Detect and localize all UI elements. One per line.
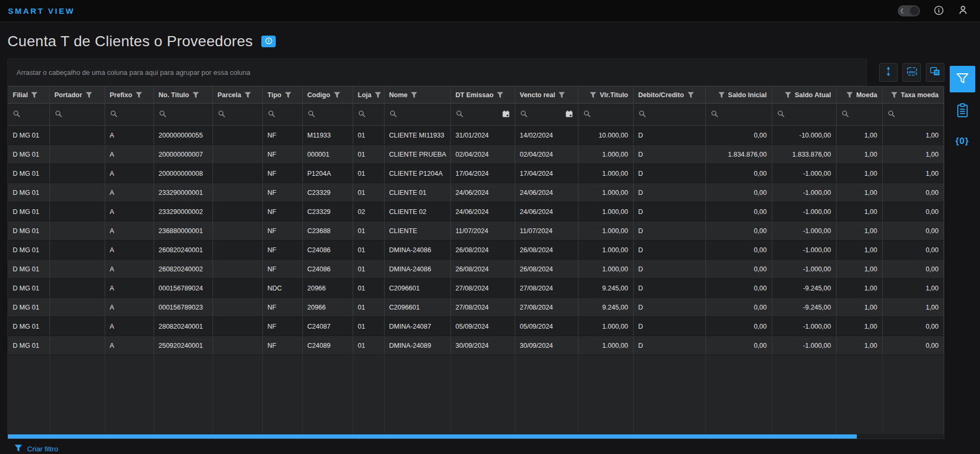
filter-cell-prefixo[interactable] xyxy=(105,104,154,126)
table-row[interactable]: D MG 01A000156789023NF2096601C209660127/… xyxy=(8,298,944,317)
column-header-label: Taxa moeda xyxy=(901,91,939,99)
cell-taxa-moeda: 0,00 xyxy=(882,183,944,202)
parameters-panel-button[interactable]: {0} xyxy=(950,130,975,153)
calendar-icon[interactable] xyxy=(565,110,573,119)
column-header-debito-credito[interactable]: Debito/Credito xyxy=(633,87,705,104)
info-button[interactable] xyxy=(934,5,944,17)
dark-mode-toggle[interactable]: ☾ xyxy=(898,5,920,16)
column-chooser-button[interactable] xyxy=(926,63,944,82)
cell-nome: DMINA-24086 xyxy=(384,241,450,260)
column-filter-icon[interactable] xyxy=(334,92,340,98)
cell-filial: D MG 01 xyxy=(8,126,49,145)
table-row[interactable]: D MG 01A200000000007NF00000101CLIENTE PR… xyxy=(8,145,944,164)
column-filter-icon[interactable] xyxy=(244,92,251,98)
cell-saldo-inicial: 0,00 xyxy=(705,183,772,202)
column-header-dt-emissao[interactable]: DT Emissao xyxy=(450,87,515,104)
table-row[interactable]: D MG 01A250920240001NFC2408901DMINA-2408… xyxy=(8,336,944,355)
column-filter-icon[interactable] xyxy=(374,92,381,98)
column-filter-icon[interactable] xyxy=(285,92,292,98)
row-expand-button[interactable] xyxy=(879,63,898,82)
scrollbar-thumb[interactable] xyxy=(8,434,857,439)
filter-cell-vencto-real[interactable] xyxy=(515,104,578,126)
table-row[interactable]: D MG 01A200000000055NFM1193301CLIENTE MI… xyxy=(8,126,944,145)
calendar-icon[interactable] xyxy=(502,110,510,119)
filter-cell-portador[interactable] xyxy=(49,104,105,126)
column-filter-icon[interactable] xyxy=(687,92,694,98)
cell-prefixo: A xyxy=(105,221,154,241)
filter-cell-loja[interactable] xyxy=(353,104,384,126)
filter-cell-vlr-titulo[interactable] xyxy=(578,104,633,126)
column-header-saldo-inicial[interactable]: Saldo Inicial xyxy=(705,87,772,104)
cell-vlr-titulo: 9.245,00 xyxy=(578,298,633,317)
cell-saldo-inicial: 0,00 xyxy=(705,317,772,336)
table-row[interactable]: D MG 01A233290000001NFC2332901CLIENTE 01… xyxy=(8,183,944,202)
toggle-knob[interactable] xyxy=(910,6,919,15)
table-row[interactable]: D MG 01A200000000008NFP1204A01CLIENTE P1… xyxy=(8,164,944,183)
filter-cell-debito-credito[interactable] xyxy=(633,104,705,126)
column-filter-icon[interactable] xyxy=(718,92,725,98)
horizontal-scrollbar[interactable] xyxy=(8,434,944,439)
table-row[interactable]: D MG 01A000156789024NDC2096601C209660127… xyxy=(8,279,944,298)
row-expand-icon xyxy=(884,67,892,78)
search-icon xyxy=(456,110,464,119)
filter-cell-filial[interactable] xyxy=(8,104,49,126)
table-row[interactable]: D MG 01A236880000001NFC2368801CLIENTE11/… xyxy=(8,221,944,241)
column-header-tipo[interactable]: Tipo xyxy=(262,87,302,104)
column-filter-icon[interactable] xyxy=(86,92,92,98)
cell-portador xyxy=(49,317,105,336)
column-header-filial[interactable]: Filial xyxy=(8,87,49,104)
column-filter-icon[interactable] xyxy=(411,92,417,98)
column-header-vlr-titulo[interactable]: Vlr.Titulo xyxy=(578,87,633,104)
filter-cell-moeda[interactable] xyxy=(836,104,882,126)
filter-cell-saldo-inicial[interactable] xyxy=(705,104,772,126)
filter-cell-saldo-atual[interactable] xyxy=(772,104,836,126)
column-header-loja[interactable]: Loja xyxy=(353,87,384,104)
cell-portador xyxy=(49,279,105,298)
column-filter-icon[interactable] xyxy=(31,92,38,98)
column-header-vencto-real[interactable]: Vencto real xyxy=(515,87,578,104)
column-filter-icon[interactable] xyxy=(558,92,565,98)
export-xlsx-button[interactable]: xlsx xyxy=(902,63,921,82)
table-row[interactable]: D MG 01A280820240001NFC2408701DMINA-2408… xyxy=(8,317,944,336)
column-header-moeda[interactable]: Moeda xyxy=(836,87,882,104)
filter-cell-tipo[interactable] xyxy=(262,104,302,126)
column-header-saldo-atual[interactable]: Saldo Atual xyxy=(772,87,836,104)
column-header-portador[interactable]: Portador xyxy=(49,87,105,104)
table-row[interactable]: D MG 01A260820240002NFC2408601DMINA-2408… xyxy=(8,260,944,279)
column-header-codigo[interactable]: Codigo xyxy=(302,87,353,104)
column-filter-icon[interactable] xyxy=(785,92,791,98)
cell-filial: D MG 01 xyxy=(8,202,49,221)
search-icon xyxy=(711,110,719,119)
column-header-taxa-moeda[interactable]: Taxa moeda xyxy=(882,87,944,104)
cell-dt-emissao: 27/08/2024 xyxy=(450,298,515,317)
filter-cell-codigo[interactable] xyxy=(302,104,353,126)
cell-moeda: 1,00 xyxy=(836,336,882,355)
column-header-prefixo[interactable]: Prefixo xyxy=(105,87,154,104)
column-header-label: Portador xyxy=(55,91,82,99)
column-filter-icon[interactable] xyxy=(891,92,898,98)
column-filter-icon[interactable] xyxy=(192,92,199,98)
column-header-no-titulo[interactable]: No. Titulo xyxy=(154,87,212,104)
clipboard-panel-button[interactable] xyxy=(950,99,975,123)
filter-panel-button[interactable] xyxy=(950,66,975,92)
title-info-button[interactable] xyxy=(261,36,276,47)
group-panel[interactable]: Arrastar o cabeçalho de uma coluna para … xyxy=(7,58,867,86)
column-filter-icon[interactable] xyxy=(846,92,853,98)
column-filter-icon[interactable] xyxy=(135,92,142,98)
column-filter-icon[interactable] xyxy=(590,92,596,98)
table-row[interactable]: D MG 01A260820240001NFC2408601DMINA-2408… xyxy=(8,241,944,260)
filter-cell-no-titulo[interactable] xyxy=(154,104,212,126)
filter-cell-nome[interactable] xyxy=(384,104,450,126)
column-header-nome[interactable]: Nome xyxy=(384,87,450,104)
column-header-parcela[interactable]: Parcela xyxy=(212,87,262,104)
create-filter-button[interactable]: Criar filtro xyxy=(7,439,944,453)
cell-no-titulo: 000156789023 xyxy=(154,298,212,317)
filter-cell-dt-emissao[interactable] xyxy=(450,104,515,126)
cell-moeda: 1,00 xyxy=(836,260,882,279)
filter-cell-parcela[interactable] xyxy=(212,104,262,126)
user-button[interactable] xyxy=(958,5,968,17)
table-row[interactable]: D MG 01A233290000002NFC2332902CLIENTE 02… xyxy=(8,202,944,221)
column-filter-icon[interactable] xyxy=(497,92,504,98)
filter-cell-taxa-moeda[interactable] xyxy=(882,104,944,126)
cell-no-titulo: 236880000001 xyxy=(154,221,212,241)
